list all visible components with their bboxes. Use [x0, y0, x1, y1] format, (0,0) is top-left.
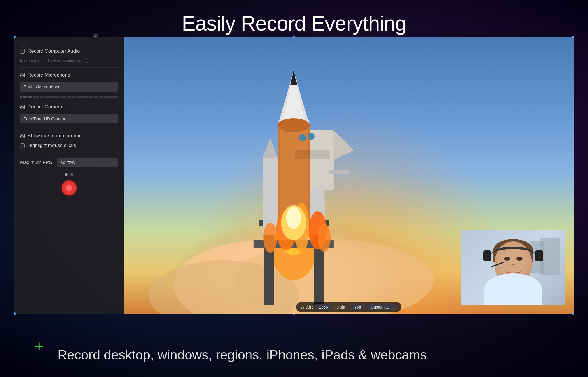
svg-rect-22	[329, 170, 349, 174]
page-title: Easily Record Everything	[0, 12, 588, 35]
bottom-section: + Record desktop, windows, regions, iPho…	[0, 314, 588, 377]
show-cursor-row: ✓ Show cursor in recording	[20, 133, 118, 139]
svg-point-27	[308, 133, 315, 140]
record-computer-audio-label: Record Computer Audio	[28, 48, 80, 54]
volume-segment	[111, 96, 113, 98]
volume-segment	[104, 96, 106, 98]
microphone-dropdown[interactable]: Built-in Microphone ⌃	[20, 82, 118, 92]
volume-segment	[54, 96, 57, 98]
fps-row: Maximum FPS: 60 FPS ⌃	[20, 158, 118, 167]
highlight-clicks-row: Highlight mouse clicks	[20, 143, 118, 148]
volume-segment	[49, 96, 52, 98]
webinar-hint-row: In order to record a webinar session... …	[20, 58, 118, 63]
volume-segment	[52, 96, 54, 98]
volume-segment	[57, 96, 59, 98]
volume-segment	[101, 96, 104, 98]
pagination-dot-1[interactable]	[65, 173, 68, 176]
fps-dropdown-arrow-icon: ⌃	[111, 160, 114, 165]
volume-segment	[33, 96, 35, 98]
microphone-selected-value: Built-in Microphone	[24, 84, 60, 89]
volume-segment	[116, 96, 118, 98]
fps-selected-value: 60 FPS	[60, 160, 75, 165]
headset-left-pad	[483, 250, 491, 261]
volume-segment	[79, 96, 81, 98]
record-computer-audio-checkbox[interactable]	[20, 49, 25, 54]
volume-segment	[23, 96, 25, 98]
volume-segment	[77, 96, 79, 98]
pagination-dot-2[interactable]	[70, 173, 73, 176]
height-input[interactable]	[350, 304, 366, 310]
width-input[interactable]	[316, 304, 331, 310]
camera-dropdown-arrow-icon: ⌃	[112, 117, 114, 121]
record-camera-checkbox[interactable]: ✓	[20, 105, 25, 109]
camera-selected-value: FaceTime HD Camera	[24, 116, 66, 121]
volume-segment	[113, 96, 116, 98]
volume-segment	[67, 96, 69, 98]
record-camera-row: ✓ Record Camera	[20, 104, 118, 110]
volume-segment	[64, 96, 67, 98]
custom-dropdown-arrow-icon: ⌃	[390, 305, 394, 309]
camera-dropdown[interactable]: FaceTime HD Camera ⌃	[20, 114, 118, 123]
volume-segment	[30, 96, 32, 98]
svg-marker-15	[290, 70, 297, 85]
volume-segment	[81, 96, 84, 98]
volume-segment	[106, 96, 108, 98]
microphone-dropdown-arrow-icon: ⌃	[112, 85, 114, 89]
volume-segment	[91, 96, 93, 98]
volume-segment	[37, 96, 40, 98]
dimensions-bar: Width : Height : Custom ... ⌃	[296, 302, 401, 312]
vertical-line	[42, 325, 42, 377]
control-panel: Record Computer Audio In order to record…	[14, 37, 124, 314]
svg-point-26	[299, 134, 306, 141]
headset-right-pad	[535, 250, 543, 261]
volume-segment	[108, 96, 111, 98]
content-area: Width : Height : Custom ... ⌃	[124, 37, 574, 314]
fps-dropdown[interactable]: 60 FPS ⌃	[57, 158, 118, 167]
svg-marker-18	[263, 138, 278, 158]
person-body	[484, 273, 542, 305]
custom-dropdown[interactable]: Custom ... ⌃	[368, 304, 397, 310]
webcam-person	[461, 230, 565, 305]
volume-segment	[28, 96, 30, 98]
volume-segment	[35, 96, 37, 98]
highlight-clicks-checkbox[interactable]	[20, 143, 25, 148]
width-label: Width :	[301, 305, 313, 309]
record-button[interactable]	[62, 180, 77, 195]
volume-segment	[84, 96, 86, 98]
svg-point-35	[286, 207, 301, 229]
volume-segment	[96, 96, 98, 98]
volume-segment	[20, 96, 22, 98]
divider-3	[20, 153, 118, 153]
webcam-overlay	[461, 230, 565, 305]
record-microphone-checkbox[interactable]: ✓	[20, 73, 25, 77]
bottom-description: Record desktop, windows, regions, iPhone…	[58, 347, 427, 363]
record-button-container	[20, 180, 118, 195]
divider-2	[20, 128, 118, 128]
info-icon[interactable]: i	[85, 58, 89, 63]
divider-1	[20, 67, 118, 68]
record-computer-audio-row: Record Computer Audio	[20, 48, 118, 54]
record-camera-label: Record Camera	[28, 104, 62, 110]
volume-segment	[86, 96, 89, 98]
svg-point-33	[318, 224, 331, 252]
fps-label: Maximum FPS:	[20, 160, 54, 165]
horizontal-line	[47, 346, 185, 346]
svg-point-25	[278, 118, 310, 132]
volume-segment	[74, 96, 77, 98]
svg-rect-28	[295, 150, 330, 159]
record-microphone-row: ✓ Record Microphone:	[20, 72, 118, 78]
record-microphone-label: Record Microphone:	[28, 72, 72, 78]
record-button-inner	[66, 185, 72, 191]
volume-segment	[45, 96, 47, 98]
height-label: Height :	[334, 305, 348, 309]
person-smile	[505, 267, 521, 274]
svg-point-32	[263, 223, 277, 253]
show-cursor-checkbox[interactable]: ✓	[20, 134, 25, 138]
volume-segment	[40, 96, 42, 98]
volume-segment	[94, 96, 96, 98]
volume-segment	[99, 96, 101, 98]
volume-segment	[47, 96, 49, 98]
volume-segment	[72, 96, 74, 98]
headset-band	[491, 247, 536, 264]
volume-segment	[60, 96, 62, 98]
